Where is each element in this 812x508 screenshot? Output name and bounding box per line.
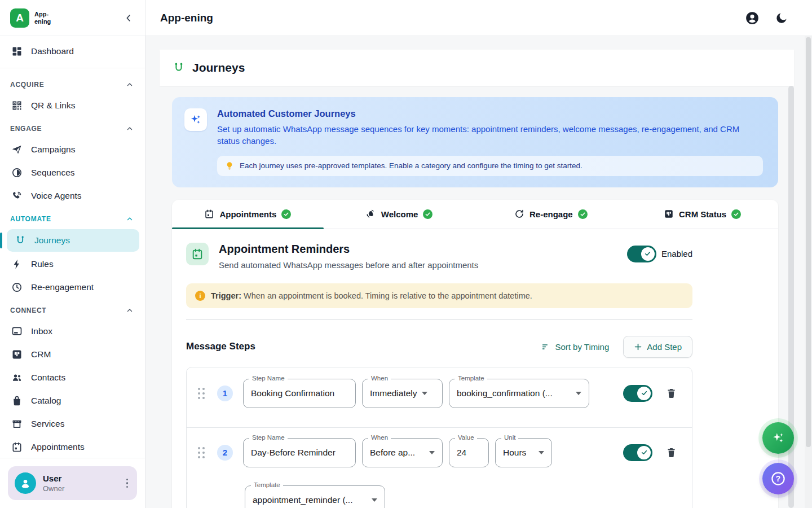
sidebar-item-crm[interactable]: CRM [0, 343, 145, 366]
step-enabled-toggle[interactable] [623, 385, 652, 402]
sidebar-item-journeys[interactable]: Journeys [7, 229, 139, 252]
tab-welcome[interactable]: Welcome [324, 200, 475, 229]
sidebar-item-voice-agents[interactable]: Voice Agents [0, 185, 145, 207]
calendar-icon [191, 248, 204, 260]
sidebar-item-catalog[interactable]: Catalog [0, 389, 145, 412]
sidebar-item-re-engagement[interactable]: Re-engagement [0, 276, 145, 299]
step-name-input[interactable]: Step Name Day-Before Reminder [243, 438, 356, 467]
field-label: When [368, 375, 391, 382]
value-input[interactable]: Value 24 [449, 438, 489, 467]
when-select[interactable]: When Immediately [362, 379, 443, 408]
enabled-label: Enabled [661, 249, 692, 259]
sidebar-item-qr-links[interactable]: QR & Links [0, 94, 145, 117]
sidebar-section-connect[interactable]: CONNECT [0, 299, 145, 319]
section-label: CONNECT [10, 306, 46, 314]
sidebar-item-inbox[interactable]: Inbox [0, 320, 145, 343]
step-row-2: 2 Step Name Day-Before Reminder When Bef… [187, 427, 692, 508]
window-scrollbar-thumb[interactable] [806, 37, 811, 447]
unit-select[interactable]: Unit Hours [495, 438, 552, 467]
user-name: User [43, 474, 116, 483]
sidebar-section-engage[interactable]: ENGAGE [0, 117, 145, 138]
add-step-button[interactable]: Add Step [623, 336, 692, 358]
field-value: 24 [457, 448, 466, 458]
page-title: Journeys [192, 61, 245, 75]
moon-icon [775, 11, 788, 25]
sidebar-item-appointments[interactable]: Appointments [0, 436, 145, 458]
tab-complete-badge [578, 209, 588, 219]
journey-title: Appointment Reminders [219, 243, 478, 256]
sidebar-item-dashboard[interactable]: Dashboard [0, 40, 145, 63]
account-button[interactable] [745, 11, 760, 25]
tab-complete-badge [731, 209, 741, 219]
delete-step-button[interactable] [665, 387, 677, 399]
field-label: When [368, 434, 391, 441]
tab-appointments[interactable]: Appointments [172, 200, 324, 229]
check-icon [283, 211, 289, 217]
sidebar-item-label: Appointments [31, 442, 85, 452]
calendar-icon [11, 441, 23, 453]
step-line: 2 Step Name Day-Before Reminder When Bef… [198, 438, 677, 467]
journey-enabled-toggle[interactable] [627, 246, 656, 262]
dropdown-arrow-icon [539, 451, 544, 454]
tab-crm-status[interactable]: CRM Status [626, 200, 778, 229]
sidebar-collapse-button[interactable] [121, 11, 136, 25]
logo-badge-icon: A [10, 8, 29, 28]
trigger-text: Trigger: When an appointment is booked. … [211, 291, 532, 300]
step-enabled-toggle[interactable] [623, 444, 652, 461]
section-label: ACQUIRE [10, 81, 44, 89]
banner-body: Automated Customer Journeys Set up autom… [217, 108, 763, 176]
drag-handle-icon[interactable] [198, 388, 205, 399]
qr-code-icon [11, 100, 23, 111]
clock-icon [11, 282, 23, 293]
delete-step-button[interactable] [665, 446, 677, 458]
plus-icon [634, 343, 642, 351]
tab-re-engage[interactable]: Re-engage [475, 200, 627, 229]
ai-assistant-fab[interactable] [762, 422, 794, 454]
tab-complete-badge [423, 209, 433, 219]
when-select[interactable]: When Before ap... [362, 438, 443, 467]
sidebar-item-sequences[interactable]: Sequences [0, 161, 145, 184]
sidebar-item-campaigns[interactable]: Campaigns [0, 138, 145, 161]
app-logo: A App-ening [10, 8, 58, 28]
sort-by-timing-button[interactable]: Sort by Timing [541, 342, 609, 352]
dropdown-arrow-icon [422, 392, 427, 395]
tab-label: Re-engage [529, 209, 573, 219]
tab-label: CRM Status [679, 209, 726, 219]
user-menu-button[interactable] [123, 476, 132, 491]
check-icon [641, 389, 648, 397]
drag-handle-icon[interactable] [198, 447, 205, 458]
step-number-badge: 2 [217, 445, 233, 461]
sidebar-nav: Dashboard ACQUIRE QR & Links ENGAGE Camp… [0, 36, 145, 458]
sidebar-item-label: Journeys [34, 235, 70, 246]
sidebar-item-label: Rules [31, 259, 54, 269]
page-content: Journeys Automated Customer Journeys Set… [145, 36, 812, 508]
banner-description: Set up automatic WhatsApp message sequen… [217, 123, 763, 147]
sidebar-section-automate[interactable]: AUTOMATE [0, 208, 145, 228]
sidebar-item-rules[interactable]: Rules [0, 253, 145, 275]
journey-header: Appointment Reminders Send automated Wha… [186, 243, 692, 270]
svg-text:?: ? [776, 474, 781, 483]
sidebar-item-label: Voice Agents [31, 191, 82, 201]
step-row-1: 1 Step Name Booking Confirmation When Im… [187, 367, 692, 427]
field-label: Template [455, 375, 487, 382]
sidebar-item-contacts[interactable]: Contacts [0, 366, 145, 389]
template-select[interactable]: Template appointment_reminder (... [245, 485, 385, 508]
check-icon [580, 211, 586, 217]
journey-enable-control: Enabled [627, 243, 692, 262]
template-select[interactable]: Template booking_confirmation (... [449, 379, 589, 408]
send-icon [11, 144, 23, 155]
journey-subtitle: Send automated WhatsApp messages before … [219, 260, 478, 270]
user-card[interactable]: User Owner [8, 466, 137, 500]
step-name-input[interactable]: Step Name Booking Confirmation [243, 379, 356, 408]
sidebar-item-label: CRM [31, 349, 51, 360]
dark-mode-button[interactable] [775, 11, 788, 25]
header-actions [745, 11, 788, 25]
info-icon: i [195, 291, 205, 301]
help-fab[interactable]: ? [762, 463, 794, 494]
sidebar-item-services[interactable]: Services [0, 413, 145, 435]
top-header: App-ening [145, 0, 812, 36]
sidebar-section-acquire[interactable]: ACQUIRE [0, 73, 145, 94]
header-title: App-ening [160, 12, 213, 24]
sort-icon [541, 342, 550, 352]
shopping-bag-icon [11, 395, 23, 406]
